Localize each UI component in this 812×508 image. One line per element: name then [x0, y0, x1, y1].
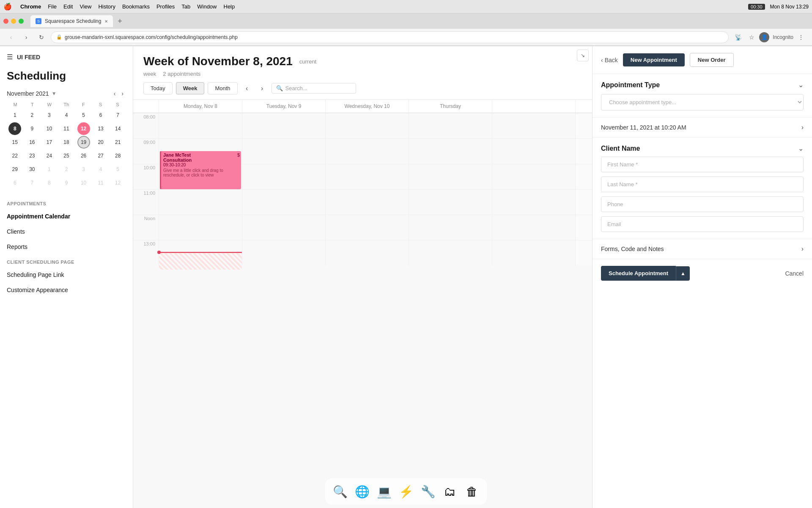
cal-day-22[interactable]: 22 [8, 149, 21, 162]
dock-files[interactable]: 🗂 [440, 481, 460, 502]
cal-day-18[interactable]: 18 [60, 136, 73, 149]
panel-back-button[interactable]: ‹ Back [601, 57, 618, 64]
cal-day-11-other[interactable]: 11 [94, 177, 107, 189]
cal-day-1-other[interactable]: 1 [43, 163, 55, 176]
cal-day-11[interactable]: 11 [60, 122, 73, 135]
app-menu-chrome[interactable]: Chrome [20, 3, 41, 10]
next-week-btn[interactable]: › [256, 83, 268, 94]
cal-day-3-other[interactable]: 3 [77, 163, 90, 176]
cal-day-20[interactable]: 20 [94, 136, 107, 149]
month-btn[interactable]: Month [208, 82, 237, 94]
back-button[interactable]: ‹ [5, 31, 17, 43]
cal-day-21[interactable]: 21 [112, 136, 124, 149]
friday-col[interactable] [492, 113, 575, 265]
dock-trash[interactable]: 🗑 [462, 481, 482, 502]
email-input[interactable] [601, 216, 804, 232]
last-name-input[interactable] [601, 177, 804, 192]
next-month-btn[interactable]: › [119, 89, 126, 98]
menu-profiles[interactable]: Profiles [156, 3, 175, 10]
cal-day-12-other[interactable]: 12 [112, 177, 124, 189]
dock-finder[interactable]: 🔍 [330, 481, 350, 502]
reload-button[interactable]: ↻ [36, 31, 47, 43]
cal-day-15[interactable]: 15 [8, 136, 21, 149]
cal-day-3[interactable]: 3 [43, 109, 55, 121]
dock-tools[interactable]: 🔧 [418, 481, 438, 502]
profile-avatar[interactable]: 👤 [759, 32, 769, 42]
menu-help[interactable]: Help [224, 3, 235, 10]
cal-day-6[interactable]: 6 [94, 109, 107, 121]
cal-day-5-other[interactable]: 5 [112, 163, 124, 176]
new-tab-button[interactable]: + [115, 16, 125, 26]
sidebar-item-customize-appearance[interactable]: Customize Appearance [0, 282, 133, 298]
cal-day-25[interactable]: 25 [60, 149, 73, 162]
cal-day-9[interactable]: 9 [26, 122, 38, 135]
cal-day-14[interactable]: 14 [112, 122, 124, 135]
cal-day-8-other[interactable]: 8 [43, 177, 55, 189]
cal-day-19[interactable]: 19 [77, 136, 90, 149]
window-close[interactable] [3, 19, 8, 24]
today-btn[interactable]: Today [143, 82, 173, 94]
tab-close-btn[interactable]: ✕ [104, 19, 108, 24]
thursday-col[interactable] [409, 113, 492, 265]
cancel-button[interactable]: Cancel [785, 270, 804, 277]
forms-code-notes-row[interactable]: Forms, Code and Notes › [593, 239, 812, 259]
phone-input[interactable] [601, 196, 804, 212]
cal-day-8[interactable]: 8 [8, 122, 21, 135]
address-bar[interactable]: 🔒 grouse-mandarin-sxnl.squarespace.com/c… [51, 31, 729, 43]
monday-col[interactable]: $ Jane McTest Consultation 09:30-10:20 G… [159, 113, 242, 265]
appt-type-section-header[interactable]: Appointment Type ⌄ [601, 81, 804, 89]
appointment-type-select[interactable]: Choose appointment type... [601, 94, 804, 110]
cal-day-17[interactable]: 17 [43, 136, 55, 149]
menu-bookmarks[interactable]: Bookmarks [122, 3, 150, 10]
month-dropdown-icon[interactable]: ▼ [52, 91, 57, 97]
menu-window[interactable]: Window [197, 3, 217, 10]
cal-day-12[interactable]: 12 [77, 122, 90, 135]
cal-day-30[interactable]: 30 [26, 163, 38, 176]
cast-icon[interactable]: 📡 [732, 31, 744, 43]
cal-day-4[interactable]: 4 [60, 109, 73, 121]
cal-day-29[interactable]: 29 [8, 163, 21, 176]
cal-day-2[interactable]: 2 [26, 109, 38, 121]
window-maximize[interactable] [19, 19, 24, 24]
schedule-dropdown-button[interactable]: ▲ [676, 266, 690, 281]
cal-day-5[interactable]: 5 [77, 109, 90, 121]
bookmark-icon[interactable]: ☆ [746, 31, 757, 43]
menu-view[interactable]: View [80, 3, 91, 10]
menu-edit[interactable]: Edit [63, 3, 73, 10]
sidebar-item-clients[interactable]: Clients [0, 224, 133, 239]
week-btn[interactable]: Week [176, 82, 205, 94]
prev-month-btn[interactable]: ‹ [111, 89, 118, 98]
dock-chrome[interactable]: 🌐 [352, 481, 372, 502]
menu-tab[interactable]: Tab [181, 3, 190, 10]
sidebar-item-appointment-calendar[interactable]: Appointment Calendar [0, 209, 133, 224]
wednesday-col[interactable] [325, 113, 409, 265]
calendar-search[interactable]: 🔍 Search... [272, 83, 356, 94]
cal-day-23[interactable]: 23 [26, 149, 38, 162]
cal-day-13[interactable]: 13 [94, 122, 107, 135]
cal-day-28[interactable]: 28 [112, 149, 124, 162]
cal-day-7-other[interactable]: 7 [26, 177, 38, 189]
cal-day-27[interactable]: 27 [94, 149, 107, 162]
browser-tab[interactable]: S Squarespace Scheduling ✕ [30, 15, 113, 27]
dock-terminal[interactable]: 💻 [374, 481, 394, 502]
window-minimize[interactable] [11, 19, 16, 24]
cal-day-4-other[interactable]: 4 [94, 163, 107, 176]
new-order-button[interactable]: New Order [690, 53, 734, 67]
more-menu-btn[interactable]: ⋮ [795, 31, 807, 43]
cal-day-26[interactable]: 26 [77, 149, 90, 162]
cal-day-1[interactable]: 1 [8, 109, 21, 121]
menu-file[interactable]: File [48, 3, 57, 10]
cal-day-7[interactable]: 7 [112, 109, 124, 121]
cal-day-16[interactable]: 16 [26, 136, 38, 149]
collapse-sidebar-btn[interactable]: ↘ [577, 50, 589, 61]
dock-lightning[interactable]: ⚡ [396, 481, 416, 502]
date-row[interactable]: November 11, 2021 at 10:20 AM › [593, 118, 812, 138]
prev-week-btn[interactable]: ‹ [241, 83, 253, 94]
new-appointment-button[interactable]: New Appointment [623, 53, 685, 66]
cal-day-2-other[interactable]: 2 [60, 163, 73, 176]
tuesday-col[interactable] [242, 113, 325, 265]
cal-day-9-other[interactable]: 9 [60, 177, 73, 189]
menu-history[interactable]: History [98, 3, 115, 10]
forward-button[interactable]: › [20, 31, 32, 43]
cal-day-6-other[interactable]: 6 [8, 177, 21, 189]
